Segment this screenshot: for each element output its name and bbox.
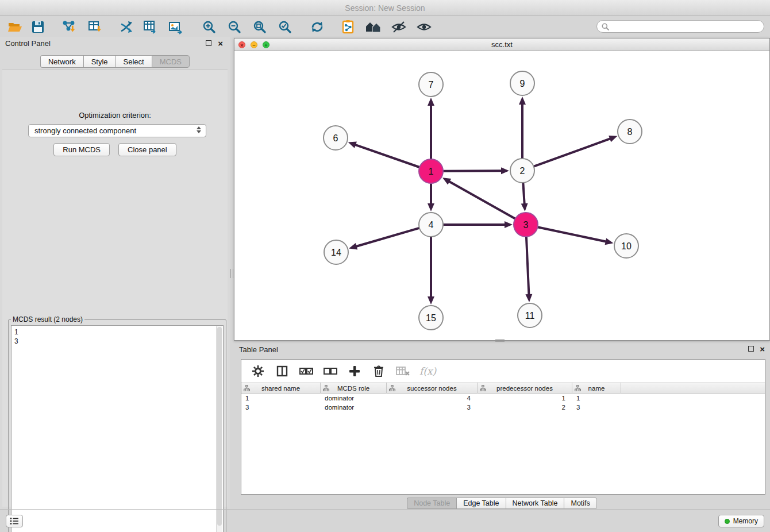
zoom-out-icon [228,20,241,34]
table-panel-title: Table Panel [239,345,278,354]
graph-edge-arrowhead [521,203,528,211]
tab-select[interactable]: Select [116,55,152,68]
zoom-fit-button[interactable] [251,18,269,35]
graph-edge-2-8[interactable] [534,138,611,167]
horizontal-splitter-grip[interactable] [495,339,505,342]
new-network-button[interactable] [117,18,136,35]
zoom-selected-button[interactable] [276,18,294,35]
search-input[interactable] [612,22,759,30]
close-panel-button[interactable]: Close panel [118,143,176,156]
tab-style[interactable]: Style [83,55,116,68]
unselect-all-columns-button[interactable] [323,364,338,379]
tab-mcds[interactable]: MCDS [152,55,190,68]
close-panel-icon[interactable]: × [218,38,223,49]
column-header-shared-name[interactable]: shared name [241,383,321,394]
column-header-label: successor nodes [407,385,456,392]
graph-edge-arrowhead [349,243,357,250]
table-cell: 3 [572,403,621,412]
table-settings-button[interactable] [251,364,265,379]
memory-button[interactable]: Memory [718,515,764,527]
graph-node-label: 11 [525,311,535,321]
zoom-in-button[interactable] [200,18,218,35]
show-column-button[interactable] [275,364,290,379]
network-canvas[interactable]: 7968124314101511 [234,51,769,340]
graph-edge-1-6[interactable] [355,145,419,167]
column-header-label: name [588,385,605,392]
control-panel: Control Panel × NetworkStyleSelectMCDS O… [0,37,230,509]
close-table-panel-icon[interactable]: × [760,344,765,355]
eye-slash-icon [391,20,406,34]
graph-edge-3-11[interactable] [526,237,529,295]
network-window-titlebar[interactable]: × − + scc.txt [234,38,769,51]
table-cell: dominator [321,394,387,403]
control-panel-tabbar: NetworkStyleSelectMCDS [0,55,230,68]
column-header-name[interactable]: name [572,383,621,394]
select-all-columns-button[interactable] [299,364,314,379]
graph-edge-arrowhead [605,238,614,245]
optimization-dropdown[interactable]: strongly connected component [28,124,206,137]
column-header-successor-nodes[interactable]: successor nodes [387,383,478,394]
window-close-icon[interactable]: × [238,41,245,48]
style-preview-button[interactable] [390,18,408,35]
table-cell: 1 [241,394,321,403]
trash-icon [374,365,384,377]
table-cell: 2 [478,403,572,412]
delete-table-icon [396,366,410,376]
graph-edge-1-2[interactable] [444,171,502,171]
task-history-button[interactable] [6,515,23,527]
zoom-out-button[interactable] [225,18,244,35]
mcds-result-area[interactable]: 13 [11,325,224,532]
show-hide-graphics-button[interactable] [415,18,433,35]
graph-edge-3-1[interactable] [448,181,514,218]
import-table-button[interactable] [86,18,105,35]
session-title: Session: New Session [345,3,425,13]
table-cell: 1 [478,394,572,403]
houses-icon [365,20,382,34]
graph-edge-arrowhead [501,167,509,174]
new-table-button[interactable] [141,18,160,35]
application-window: Session: New Session [0,0,770,532]
graph-node-label: 9 [520,79,525,88]
import-network-button[interactable] [60,18,78,35]
float-panel-icon[interactable] [206,40,211,46]
save-session-button[interactable] [29,18,47,35]
tab-network[interactable]: Network [40,55,83,68]
create-column-button[interactable] [347,364,362,379]
table-panel: Table Panel × [234,343,770,509]
session-search[interactable] [596,20,764,33]
column-header-mcds-role[interactable]: MCDS role [321,383,387,394]
tab-network-table[interactable]: Network Table [506,498,564,509]
float-table-panel-icon[interactable] [748,346,754,352]
network-from-clipboard-button[interactable] [339,18,357,35]
tab-edge-table[interactable]: Edge Table [456,498,505,509]
tab-node-table[interactable]: Node Table [407,498,456,509]
run-mcds-button[interactable]: Run MCDS [53,143,110,156]
graph-edge-arrowhead [428,203,434,211]
column-header-predecessor-nodes[interactable]: predecessor nodes [478,383,572,394]
apply-layout-button[interactable] [308,18,326,35]
graph-edge-3-10[interactable] [538,228,607,242]
main-toolbar [0,17,770,37]
window-zoom-icon[interactable]: + [263,41,270,48]
result-scrollbar[interactable] [216,326,222,532]
graph-edge-2-3[interactable] [523,183,524,205]
vertical-splitter-grip[interactable] [230,269,233,278]
node-table-box: f(x) shared nameMCDS rolesuccessor nodes… [241,359,765,495]
tab-motifs[interactable]: Motifs [564,498,596,509]
table-row[interactable]: 1dominator411 [241,394,765,403]
window-minimize-icon[interactable]: − [251,41,257,48]
search-icon [602,23,609,30]
first-neighbors-button[interactable] [364,18,383,35]
graph-edge-arrowhead [428,98,434,106]
graph-edge-4-14[interactable] [356,228,419,246]
delete-column-button[interactable] [371,364,386,379]
control-panel-header: Control Panel × [0,37,230,51]
open-session-button[interactable] [6,18,24,35]
table-arrow-icon [143,20,158,34]
function-builder-button-disabled: f(x) [419,365,436,377]
session-title-bar[interactable]: Session: New Session [0,0,770,16]
table-row[interactable]: 3dominator323 [241,403,765,412]
export-image-button[interactable] [167,18,185,35]
zoom-selected-icon [278,20,292,34]
import-network-icon [61,20,76,34]
